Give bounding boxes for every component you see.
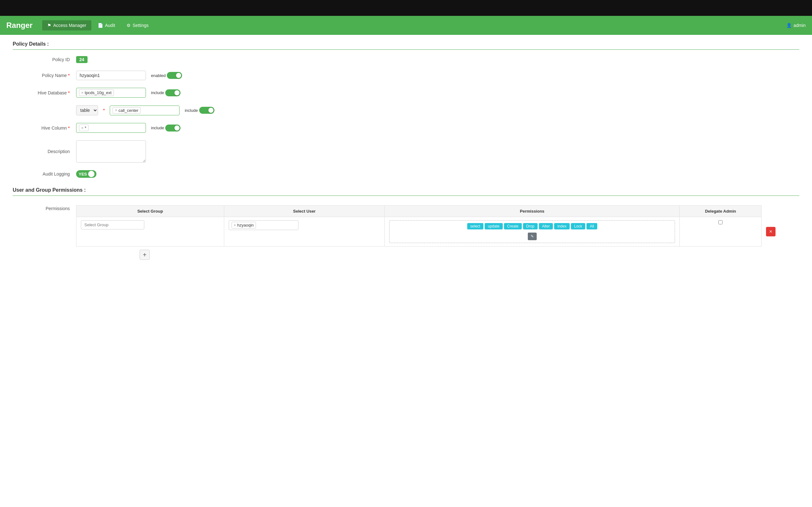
toggle-knob-db: [174, 90, 180, 95]
section-policy-details: Policy Details : Policy ID 24 Policy Nam…: [13, 41, 799, 178]
perm-tag-update[interactable]: update: [485, 223, 503, 229]
delegate-admin-checkbox-container: [684, 220, 757, 224]
policy-name-row: Policy Name * enabled: [13, 71, 799, 80]
table-toggle[interactable]: include: [185, 107, 214, 114]
audit-logging-label: Audit Logging: [13, 171, 76, 176]
select-user-tag-value: hzyaoqin: [237, 223, 254, 228]
hive-database-tag-input[interactable]: × tpcds_10g_ext: [76, 88, 146, 98]
hive-column-label: Hive Column *: [13, 125, 76, 130]
hive-column-control: × * include: [76, 123, 181, 133]
hive-column-row: Hive Column * × * include: [13, 123, 799, 133]
admin-user[interactable]: 👤 admin: [786, 23, 806, 28]
hive-database-toggle[interactable]: include: [151, 89, 181, 96]
policy-id-label: Policy ID: [13, 57, 76, 62]
toggle-knob-col: [174, 125, 180, 130]
nav-audit-label: Audit: [105, 23, 115, 28]
hive-database-label: Hive Database *: [13, 90, 76, 95]
table-tag-remove[interactable]: ×: [115, 108, 117, 112]
policy-details-title: Policy Details :: [13, 41, 799, 50]
select-group-input[interactable]: [81, 220, 144, 229]
hive-col-toggle-switch[interactable]: [165, 124, 181, 131]
col-select-user: Select User: [224, 206, 385, 217]
delegate-admin-checkbox[interactable]: [718, 220, 722, 224]
policy-name-label: Policy Name *: [13, 73, 76, 78]
permissions-table-wrapper: Select Group Select User Permissions Del…: [76, 202, 799, 260]
perm-tag-index[interactable]: index: [554, 223, 570, 229]
policy-name-toggle[interactable]: enabled: [151, 72, 182, 79]
permissions-title: User and Group Permissions :: [13, 187, 799, 196]
hive-database-tag: × tpcds_10g_ext: [79, 89, 114, 96]
nav-access-manager[interactable]: ⚑ Access Manager: [42, 20, 91, 31]
perm-tag-drop[interactable]: Drop: [523, 223, 538, 229]
audit-toggle-knob: [88, 171, 95, 177]
description-control: [76, 140, 146, 163]
hive-column-toggle[interactable]: include: [151, 124, 181, 131]
hive-database-control: × tpcds_10g_ext include: [76, 88, 181, 98]
delete-row-button[interactable]: ×: [766, 227, 775, 236]
toggle-knob-table: [208, 108, 213, 113]
permissions-label: Permissions: [13, 202, 76, 211]
hive-column-tag-input[interactable]: × *: [76, 123, 146, 133]
table-toggle-switch[interactable]: [199, 107, 214, 114]
description-row: Description: [13, 140, 799, 163]
perm-tags-container: select update Create Drop Alter index Lo…: [392, 223, 672, 229]
permissions-header-row: Select Group Select User Permissions Del…: [77, 206, 799, 217]
audit-logging-control: YES: [76, 170, 96, 178]
column-include-label: include: [151, 125, 164, 130]
col-permissions: Permissions: [385, 206, 680, 217]
brand-logo: Ranger: [6, 21, 33, 30]
perm-tag-create[interactable]: Create: [504, 223, 522, 229]
nav-settings-label: Settings: [133, 23, 149, 28]
admin-label: admin: [794, 23, 806, 28]
audit-yes-label: YES: [79, 172, 87, 176]
perm-edit-button[interactable]: ✎: [528, 233, 537, 240]
policy-name-control: enabled: [76, 71, 182, 80]
permissions-table: Select Group Select User Permissions Del…: [76, 205, 799, 246]
shield-icon: ⚑: [47, 23, 51, 28]
navbar: Ranger ⚑ Access Manager 📄 Audit ⚙ Settin…: [0, 16, 812, 35]
perm-tag-select[interactable]: select: [467, 223, 484, 229]
description-textarea[interactable]: [76, 140, 146, 163]
add-row-button[interactable]: +: [140, 250, 150, 260]
nav-settings[interactable]: ⚙ Settings: [121, 20, 154, 31]
permissions-table-head: Select Group Select User Permissions Del…: [77, 206, 799, 217]
col-actions: [761, 206, 799, 217]
top-black-bar: [0, 0, 812, 16]
user-icon: 👤: [786, 23, 792, 28]
enabled-toggle-switch[interactable]: [167, 72, 182, 79]
policy-name-input[interactable]: [76, 71, 146, 80]
file-icon: 📄: [98, 23, 103, 28]
delete-cell: ×: [761, 217, 799, 246]
policy-id-control: 24: [76, 56, 88, 63]
perm-area: select update Create Drop Alter index Lo…: [389, 220, 675, 243]
table-control: table view * × call_center include: [76, 105, 214, 115]
hive-database-tag-remove[interactable]: ×: [81, 91, 84, 95]
table-type-select[interactable]: table view: [76, 105, 98, 115]
hive-db-toggle-switch[interactable]: [165, 89, 181, 96]
perm-tag-lock[interactable]: Lock: [571, 223, 585, 229]
hive-db-include-label: include: [151, 90, 164, 95]
perm-tag-alter[interactable]: Alter: [539, 223, 553, 229]
select-user-tag-input[interactable]: × hzyaoqin: [229, 220, 299, 230]
table-tag-input[interactable]: × call_center: [110, 106, 180, 115]
select-user-tag-remove[interactable]: ×: [234, 223, 236, 228]
select-user-cell: × hzyaoqin: [224, 217, 385, 246]
permissions-layout: Permissions Select Group Select User Per…: [13, 202, 799, 260]
select-group-cell: [77, 217, 224, 246]
perm-tag-all[interactable]: All: [587, 223, 597, 229]
nav-access-manager-label: Access Manager: [53, 23, 86, 28]
table-row: table view * × call_center include: [13, 105, 799, 115]
perm-edit-area: ✎: [392, 231, 672, 240]
table-include-label: include: [185, 108, 198, 113]
hive-column-tag-remove[interactable]: ×: [81, 126, 84, 130]
hive-column-tag: × *: [79, 124, 89, 131]
enabled-label: enabled: [151, 73, 165, 78]
section-permissions: User and Group Permissions : Permissions…: [13, 187, 799, 260]
permissions-data-row: × hzyaoqin select updat: [77, 217, 799, 246]
hive-database-row: Hive Database * × tpcds_10g_ext include: [13, 88, 799, 98]
audit-logging-row: Audit Logging YES: [13, 170, 799, 178]
audit-toggle-container[interactable]: YES: [76, 170, 96, 178]
permissions-table-body: × hzyaoqin select updat: [77, 217, 799, 246]
nav-menu: ⚑ Access Manager 📄 Audit ⚙ Settings: [42, 20, 154, 31]
nav-audit[interactable]: 📄 Audit: [93, 20, 120, 31]
